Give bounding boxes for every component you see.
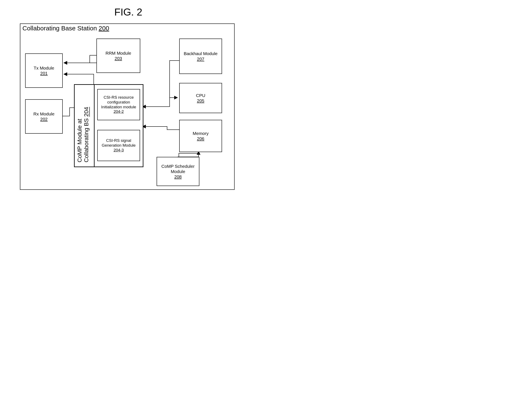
block-comp-module-container: CoMP Module at Collaborating BS 204 CSI-… — [74, 84, 143, 167]
block-csi-gen-num: 204-3 — [114, 148, 124, 153]
block-csi-config-line1: CSI-RS resource — [104, 95, 134, 100]
block-memory: Memory 206 — [179, 120, 222, 152]
block-comp-label-line2: Collaborating BS — [83, 117, 90, 162]
block-csi-config-line3: Initialization module — [101, 105, 136, 110]
block-rrm-module: RRM Module 203 — [96, 38, 140, 73]
block-csi-config: CSI-RS resource configuration Initializa… — [97, 89, 140, 120]
block-comp-scheduler: CoMP Scheduler Module 208 — [157, 157, 199, 186]
block-backhaul-label: Backhaul Module — [184, 51, 217, 56]
block-tx-label: Tx Module — [34, 65, 54, 71]
block-backhaul-num: 207 — [197, 56, 204, 62]
block-rrm-num: 203 — [115, 56, 122, 61]
block-tx-num: 201 — [40, 71, 48, 76]
block-rx-module: Rx Module 202 — [25, 99, 63, 134]
block-memory-label: Memory — [193, 131, 209, 136]
block-rrm-label: RRM Module — [106, 51, 131, 56]
block-csi-gen: CSI-RS signal Generation Module 204-3 — [97, 130, 140, 161]
block-sched-line2: Module — [171, 169, 185, 174]
block-tx-module: Tx Module 201 — [25, 53, 63, 88]
outer-title: Collaborating Base Station 200 — [23, 25, 109, 32]
block-memory-num: 206 — [197, 136, 204, 141]
block-csi-config-line2: configuration — [107, 100, 130, 105]
figure-title: FIG. 2 — [0, 6, 257, 18]
block-comp-label: CoMP Module at Collaborating BS 204 — [76, 89, 90, 162]
outer-title-text: Collaborating Base Station — [23, 25, 99, 32]
block-csi-gen-line1: CSI-RS signal — [106, 138, 131, 143]
diagram-page: FIG. 2 Collaborating Base Station 200 — [0, 0, 257, 210]
block-sched-line1: CoMP Scheduler — [161, 164, 195, 169]
outer-container: Collaborating Base Station 200 — [20, 23, 235, 190]
block-rx-num: 202 — [40, 116, 48, 122]
block-csi-config-num: 204-2 — [114, 109, 124, 114]
block-cpu-num: 205 — [197, 98, 204, 103]
block-comp-label-line1: CoMP Module at — [76, 119, 83, 162]
block-sched-num: 208 — [174, 174, 182, 179]
block-cpu-label: CPU — [196, 93, 205, 98]
block-csi-gen-line2: Generation Module — [102, 143, 136, 148]
block-rx-label: Rx Module — [33, 111, 54, 116]
outer-title-num: 200 — [99, 25, 109, 32]
block-backhaul-module: Backhaul Module 207 — [179, 38, 222, 74]
block-comp-num: 204 — [83, 107, 90, 117]
block-cpu: CPU 205 — [179, 83, 222, 113]
